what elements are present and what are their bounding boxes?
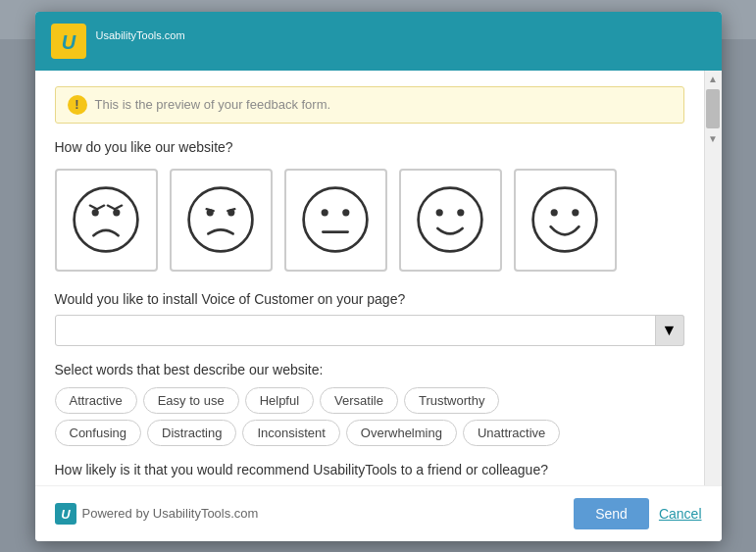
tag-unattractive[interactable]: Unattractive xyxy=(463,420,560,446)
svg-point-3 xyxy=(92,209,99,216)
dropdown-wrapper: ▼ xyxy=(55,315,684,346)
footer-logo-icon: U xyxy=(55,503,76,525)
modal-content: ! This is the preview of your feedback f… xyxy=(35,71,704,485)
svg-point-9 xyxy=(322,209,328,216)
svg-text:U: U xyxy=(61,507,71,522)
powered-by-text: Powered by UsabilityTools.com xyxy=(82,506,259,521)
svg-point-12 xyxy=(419,188,482,252)
words-section: Select words that best describe our webs… xyxy=(55,362,684,446)
svg-point-10 xyxy=(342,209,349,216)
svg-point-13 xyxy=(436,209,443,216)
tag-attractive[interactable]: Attractive xyxy=(55,387,137,414)
negative-tags-row: Confusing Distracting Inconsistent Overw… xyxy=(55,420,684,446)
question-2: Would you like to install Voice of Custo… xyxy=(55,291,684,307)
smiley-very-happy[interactable] xyxy=(514,169,617,272)
smiley-happy[interactable] xyxy=(399,169,502,272)
svg-point-17 xyxy=(572,209,579,216)
smiley-neutral[interactable] xyxy=(284,169,387,272)
dropdown-section: Would you like to install Voice of Custo… xyxy=(55,291,684,346)
smiley-very-sad[interactable] xyxy=(55,169,158,272)
tag-overwhelming[interactable]: Overwhelming xyxy=(346,420,457,446)
modal-body: ! This is the preview of your feedback f… xyxy=(35,71,722,485)
tag-inconsistent[interactable]: Inconsistent xyxy=(242,420,339,446)
scrollbar-thumb[interactable] xyxy=(706,89,720,128)
svg-text:U: U xyxy=(61,31,76,53)
svg-point-16 xyxy=(551,209,558,216)
preview-banner: ! This is the preview of your feedback f… xyxy=(55,86,684,124)
svg-point-14 xyxy=(457,209,464,216)
logo-icon: U xyxy=(51,24,86,59)
modal-header: U UsabilityTools.com xyxy=(35,12,722,71)
send-button[interactable]: Send xyxy=(574,498,649,529)
warning-icon: ! xyxy=(68,95,87,115)
tag-distracting[interactable]: Distracting xyxy=(147,420,236,446)
words-label: Select words that best describe our webs… xyxy=(55,362,684,377)
cancel-button[interactable]: Cancel xyxy=(659,506,702,522)
svg-point-15 xyxy=(533,188,597,252)
scroll-up-arrow[interactable]: ▲ xyxy=(705,71,722,87)
svg-point-5 xyxy=(189,188,253,252)
question-1: How do you like our website? xyxy=(55,139,684,155)
tag-helpful[interactable]: Helpful xyxy=(245,387,314,414)
tag-confusing[interactable]: Confusing xyxy=(55,420,142,446)
tag-trustworthy[interactable]: Trustworthy xyxy=(404,387,499,414)
scroll-down-arrow[interactable]: ▼ xyxy=(705,130,722,147)
smiley-row xyxy=(55,169,684,272)
tag-versatile[interactable]: Versatile xyxy=(320,387,398,414)
modal-footer: U Powered by UsabilityTools.com Send Can… xyxy=(35,485,722,541)
voc-dropdown[interactable] xyxy=(55,315,684,346)
question-3: How likely is it that you would recommen… xyxy=(55,462,684,477)
modal-scrollbar: ▲ ▼ xyxy=(704,71,722,485)
modal-dialog: U UsabilityTools.com ! This is the previ… xyxy=(35,12,722,541)
positive-tags-row: Attractive Easy to use Helpful Versatile… xyxy=(55,387,684,414)
preview-text: This is the preview of your feedback for… xyxy=(95,97,331,112)
footer-logo: U Powered by UsabilityTools.com xyxy=(55,503,259,525)
svg-point-2 xyxy=(75,188,138,252)
svg-point-8 xyxy=(304,188,368,252)
tag-easy-to-use[interactable]: Easy to use xyxy=(143,387,239,414)
logo-text: UsabilityTools.com xyxy=(96,29,185,52)
smiley-sad[interactable] xyxy=(170,169,273,272)
footer-buttons: Send Cancel xyxy=(574,498,701,529)
svg-point-4 xyxy=(113,209,120,216)
modal-overlay: U UsabilityTools.com ! This is the previ… xyxy=(0,0,756,552)
